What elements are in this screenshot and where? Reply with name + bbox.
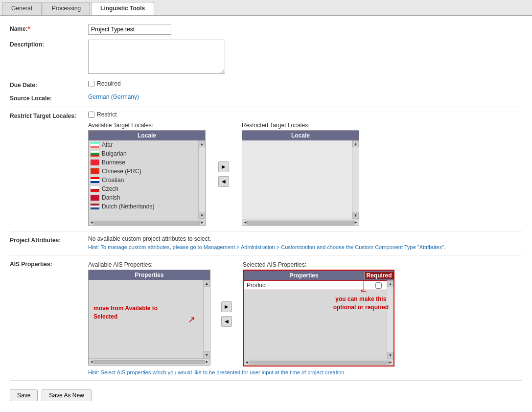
description-row: Description: [10,40,522,75]
hscroll-right-ais-avail[interactable]: ► [205,360,209,364]
save-button[interactable]: Save [10,389,38,401]
selected-ais-body[interactable]: Product you can make thisoptional or req… [244,280,393,359]
ais-move-left-button[interactable]: ◀ [221,316,232,327]
vscroll-up-ais-avail[interactable]: ▲ [204,280,210,287]
tabs-bar: General Processing Linguistic Tools [0,0,532,16]
available-ais-list[interactable]: Properties move from Available toSelecte… [88,270,210,366]
vscroll-up-ais-sel[interactable]: ▲ [387,280,393,287]
hscroll-restricted[interactable]: ◄ ► [242,219,359,226]
tab-processing[interactable]: Processing [43,2,90,15]
ais-item-required-checkbox[interactable] [375,282,382,289]
list-item[interactable]: Bulgarian [89,149,205,158]
hscroll-left-ais-sel[interactable]: ◄ [245,360,249,365]
selected-ais-panel: Selected AIS Properties: Properties Requ… [243,261,394,366]
restrict-checkbox[interactable] [88,112,94,118]
list-item[interactable]: Croatian [89,176,205,184]
name-label: Name:* [10,24,88,32]
selected-ais-item[interactable]: Product [244,280,393,290]
hscroll-right-restricted[interactable]: ► [354,220,358,225]
main-content: Name:* Description: Due Date: Required S… [0,16,532,412]
vscroll-ais-selected[interactable]: ▲ ▼ [387,280,393,359]
vscroll-ais-available[interactable]: ▲ ▼ [203,280,210,358]
available-ais-title: Available AIS Properties: [88,261,210,268]
ais-move-right-button[interactable]: ▶ [221,301,232,312]
locales-section: Available Target Locales: Locale Afar Bu… [88,122,522,226]
source-locale-text: German (Germany) [88,93,139,100]
source-locale-value: German (Germany) [88,93,522,100]
save-as-new-button[interactable]: Save As New [42,389,91,401]
available-locales-header: Locale [89,131,205,140]
flag-icon [91,151,99,157]
available-ais-panel: Available AIS Properties: Properties mov… [88,261,210,366]
hscroll-ais-avail[interactable]: ◄ ► [89,358,210,365]
buttons-bar: Save Save As New [10,385,522,404]
restricted-locales-body[interactable]: ▲ ▼ [242,140,359,219]
hscroll-left-ais-avail[interactable]: ◄ [90,360,93,364]
move-left-button[interactable]: ◀ [218,176,229,187]
list-item[interactable]: Afar [89,140,205,149]
selected-ais-header: Properties Required [244,271,393,280]
name-row: Name:* [10,24,522,35]
description-label: Description: [10,40,88,48]
vscroll-track-restricted [352,147,359,212]
project-attributes-label: Project Attributes: [10,235,88,244]
no-attributes-text: No available custom project attributes t… [88,235,522,242]
tab-general[interactable]: General [2,2,42,15]
selected-ais-list[interactable]: Properties Required Product [243,270,394,366]
divider-2 [10,231,522,231]
available-locales-list[interactable]: Locale Afar Bulgarian [88,130,206,226]
hscroll-available[interactable]: ◄ ► [89,219,205,226]
restricted-locales-panel: Restricted Target Locales: Locale ▲ ▼ ◄ [242,122,359,226]
hscroll-left[interactable]: ◄ [90,220,93,225]
list-item[interactable]: Dutch (Netherlands) [89,202,205,211]
available-locales-body[interactable]: Afar Bulgarian Burmese [89,140,205,219]
move-right-button[interactable]: ▶ [218,161,229,172]
ais-hint-text: Hint: Select AIS properties which you wo… [88,369,522,375]
hscroll-right[interactable]: ► [200,220,204,225]
flag-icon [91,142,99,148]
due-date-checkbox[interactable] [88,81,94,87]
annotation-move-arrow: ↗ [188,314,195,325]
available-ais-body[interactable]: move from Available toSelected ↗ ▲ ▼ [89,280,210,358]
list-item[interactable]: Chinese (PRC) [89,167,205,176]
name-input[interactable] [88,24,171,35]
locale-name: Danish [102,194,120,201]
flag-icon [91,204,99,209]
vscroll-down[interactable]: ▼ [199,212,205,219]
description-textarea[interactable] [88,40,225,74]
list-item[interactable]: Danish [89,193,205,202]
available-locales-panel: Available Target Locales: Locale Afar Bu… [88,122,206,226]
divider-4 [10,380,522,381]
annotation-optional-text: you can make thisoptional or required [333,295,389,312]
vscroll[interactable]: ▲ ▼ [198,140,205,219]
hscroll-ais-sel[interactable]: ◄ ► [244,359,393,366]
restricted-locales-header: Locale [242,131,359,140]
restrict-label: Restrict Target Locales: [10,111,88,119]
vscroll-down-ais-avail[interactable]: ▼ [204,351,210,358]
tab-linguistic-tools[interactable]: Linguistic Tools [91,2,154,15]
hscroll-right-ais-sel[interactable]: ► [389,360,393,365]
restricted-locales-list[interactable]: Locale ▲ ▼ ◄ ► [242,130,359,226]
vscroll-down-ais-sel[interactable]: ▼ [387,352,393,359]
locale-name: Croatian [102,177,124,183]
selected-ais-header-req: Required [364,272,393,279]
vscroll-up-restricted[interactable]: ▲ [352,140,359,147]
flag-icon [91,195,99,201]
vscroll-down-restricted[interactable]: ▼ [352,212,359,219]
locale-name: Dutch (Netherlands) [102,203,154,210]
due-date-checkbox-label: Required [97,80,121,87]
list-item[interactable]: Czech [89,184,205,193]
divider-3 [10,255,522,255]
vscroll-up[interactable]: ▲ [199,140,205,147]
project-attributes-row: Project Attributes: No available custom … [10,235,522,250]
vscroll-track-ais-sel [387,287,393,352]
description-value [88,40,522,75]
ais-arrow-buttons: ▶ ◀ [221,301,232,327]
available-locales-title: Available Target Locales: [88,122,206,129]
hscroll-left-restricted[interactable]: ◄ [243,220,247,225]
restricted-locales-title: Restricted Target Locales: [242,122,359,129]
hscroll-track [93,221,200,225]
vscroll-restricted[interactable]: ▲ ▼ [352,140,359,219]
selected-ais-header-props: Properties [244,272,364,279]
list-item[interactable]: Burmese [89,158,205,167]
